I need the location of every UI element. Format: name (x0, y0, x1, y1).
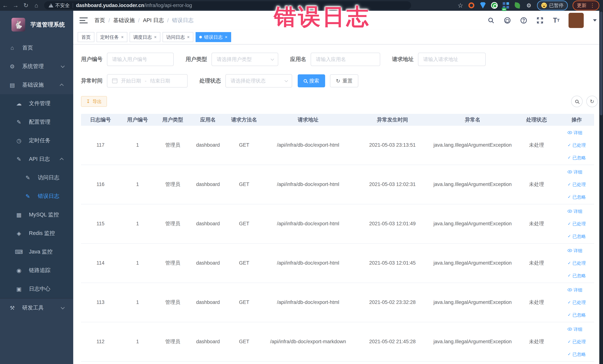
sidebar-item-14[interactable]: ⚒研发工具 (0, 299, 73, 317)
search-button[interactable]: 搜索 (298, 74, 325, 87)
action-ignored-link[interactable]: ✓已忽略 (568, 155, 586, 161)
app-title: 芋道管理系统 (30, 21, 65, 29)
user-type-select[interactable]: 请选择用户类型 (211, 53, 278, 66)
cell-user_id: 1 (120, 220, 155, 227)
extension-orange-icon[interactable] (468, 2, 475, 9)
browser-forward-button[interactable]: → (10, 1, 21, 10)
help-icon[interactable] (520, 16, 528, 24)
sidebar-item-label: Redis 监控 (29, 230, 73, 237)
browser-home-button[interactable]: ⌂ (31, 1, 42, 10)
action-ignored-link[interactable]: ✓已忽略 (568, 273, 586, 279)
sidebar-item-label: 链路追踪 (29, 267, 73, 274)
action-detail-link[interactable]: 详细 (568, 130, 582, 136)
cell-actions: 详细✓已处理✓已忽略 (559, 208, 594, 240)
sidebar-item-5[interactable]: ◷定时任务 (0, 131, 73, 150)
breadcrumb-item[interactable]: API 日志 (143, 17, 164, 24)
sidebar-item-label: 定时任务 (29, 137, 73, 144)
extension-green-icon[interactable] (491, 2, 498, 9)
action-processed-link[interactable]: ✓已处理 (568, 339, 586, 345)
fullscreen-icon[interactable] (536, 16, 544, 24)
extensions-puzzle-icon[interactable]: ⚙ (525, 2, 532, 9)
sidebar-item-8[interactable]: ✎错误日志 (0, 187, 73, 205)
exception-time-range-picker[interactable]: 开始日期 - 结束日期 (107, 74, 188, 88)
action-label: 详细 (574, 169, 582, 175)
sidebar-item-9[interactable]: ▦MySQL 监控 (0, 205, 73, 224)
cell-method: GET (226, 338, 263, 345)
github-icon[interactable] (503, 16, 511, 24)
browser-back-button[interactable]: ← (0, 1, 10, 10)
page-scrollbar[interactable] (599, 11, 603, 364)
chevron-down-icon (61, 305, 65, 309)
active-dot (199, 36, 202, 38)
sidebar-item-7[interactable]: ✎访问日志 (0, 168, 73, 187)
action-detail-link[interactable]: 详细 (568, 208, 582, 214)
sidebar-item-2[interactable]: ▤基础设施 (0, 76, 73, 94)
sidebar-item-11[interactable]: ⌨Java 监控 (0, 243, 73, 261)
tab-3[interactable]: 访问日志× (162, 32, 193, 42)
reset-button[interactable]: ↻重置 (330, 74, 358, 87)
search-icon[interactable] (487, 16, 495, 24)
action-detail-link[interactable]: 详细 (568, 326, 582, 332)
toggle-search-button[interactable] (571, 96, 583, 107)
security-warning-icon[interactable] (48, 3, 53, 7)
update-button[interactable]: 更新⋮ (573, 0, 599, 10)
font-size-icon[interactable]: TT (552, 16, 560, 24)
extension-shield-icon[interactable] (480, 2, 486, 9)
refresh-button[interactable]: ↻ (586, 96, 598, 107)
action-processed-link[interactable]: ✓已处理 (568, 142, 586, 148)
tab-0[interactable]: 首页 (78, 32, 94, 42)
sidebar-item-10[interactable]: ◈Redis 监控 (0, 224, 73, 243)
sidebar-item-12[interactable]: ◉链路追踪 (0, 261, 73, 280)
close-icon[interactable]: × (121, 35, 124, 40)
cell-exception: java.lang.IllegalArgumentException (431, 220, 514, 227)
action-detail-link[interactable]: 详细 (568, 287, 582, 293)
sidebar-item-13[interactable]: ▣日志中心 (0, 280, 73, 298)
action-processed-link[interactable]: ✓已处理 (568, 260, 586, 266)
tags-view-bar: 首页定时任务×调度日志×访问日志×错误日志× (73, 30, 603, 45)
extension-grid-icon[interactable]: on (502, 2, 509, 9)
user-menu-caret-icon[interactable] (593, 19, 597, 22)
sidebar-item-4[interactable]: ✎配置管理 (0, 113, 73, 131)
app-logo-row[interactable]: 🐇 芋道管理系统 (0, 11, 73, 39)
tab-2[interactable]: 调度日志× (129, 32, 160, 42)
action-label: 已忽略 (572, 233, 586, 240)
extension-leaf-icon[interactable] (514, 2, 521, 9)
browser-menu-icon[interactable]: ⋮ (590, 2, 595, 9)
action-processed-link[interactable]: ✓已处理 (568, 299, 586, 305)
action-processed-link[interactable]: ✓已处理 (568, 181, 586, 188)
action-ignored-link[interactable]: ✓已忽略 (568, 233, 586, 240)
cell-method: GET (226, 260, 263, 267)
tab-1[interactable]: 定时任务× (97, 32, 127, 42)
cell-time: 2021-05-02 21:45:28 (353, 338, 431, 345)
table-row: 1161管理员dashboardGET/api/infra/db-doc/exp… (81, 165, 594, 204)
breadcrumb-item[interactable]: 基础设施 (113, 17, 135, 24)
sidebar-item-0[interactable]: ⌂首页 (0, 39, 73, 57)
avatar[interactable] (568, 13, 584, 28)
process-status-select[interactable]: 请选择处理状态 (225, 74, 292, 88)
action-ignored-link[interactable]: ✓已忽略 (568, 312, 586, 318)
action-ignored-link[interactable]: ✓已忽略 (568, 194, 586, 200)
eye-icon (568, 249, 572, 252)
bookmark-star-icon[interactable]: ☆ (458, 2, 463, 9)
browser-reload-button[interactable]: ↻ (21, 1, 31, 10)
paused-badge[interactable]: 已暂停 (537, 0, 568, 10)
action-ignored-link[interactable]: ✓已忽略 (568, 351, 586, 357)
collapse-sidebar-icon[interactable] (80, 17, 88, 24)
user-id-input[interactable] (107, 53, 174, 66)
sidebar-item-6[interactable]: ✎API 日志 (0, 150, 73, 168)
app-name-input[interactable] (311, 53, 380, 66)
close-icon[interactable]: × (154, 35, 157, 40)
export-button[interactable]: ↧导出 (81, 96, 107, 107)
filter-row-2: 异常时间 开始日期 - 结束日期 处理状态 请选择处理状态 搜索 ↻重置 (81, 74, 598, 88)
close-icon[interactable]: × (225, 35, 227, 40)
breadcrumb-item[interactable]: 首页 (94, 17, 105, 24)
sidebar-item-1[interactable]: ⚙系统管理 (0, 57, 73, 76)
action-detail-link[interactable]: 详细 (568, 247, 582, 254)
sidebar-item-3[interactable]: ☁文件管理 (0, 94, 73, 113)
request-url-input[interactable] (418, 53, 486, 66)
check-icon: ✓ (568, 273, 571, 279)
close-icon[interactable]: × (187, 35, 190, 40)
tab-4[interactable]: 错误日志× (196, 32, 231, 42)
action-detail-link[interactable]: 详细 (568, 169, 582, 175)
action-processed-link[interactable]: ✓已处理 (568, 221, 586, 227)
